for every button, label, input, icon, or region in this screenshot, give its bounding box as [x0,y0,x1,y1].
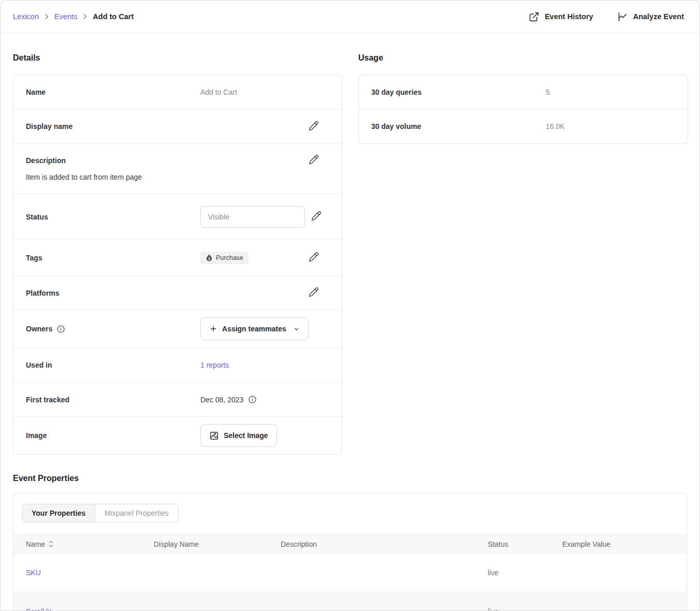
property-name-link[interactable]: Scroll % [26,607,154,611]
tab-mixpanel-properties[interactable]: Mixpanel Properties [95,504,178,522]
analyze-event-label: Analyze Event [633,12,684,21]
owners-label: Owners [26,325,52,333]
select-image-label: Select Image [224,431,268,440]
event-history-button[interactable]: Event History [529,11,593,22]
chevron-right-icon [43,13,50,20]
detail-row-tags: Tags $ Purchase [13,240,342,276]
external-link-icon [529,11,539,22]
used-in-label: Used in [26,361,200,369]
first-tracked-label: First tracked [26,396,200,404]
detail-row-first-tracked: First tracked Dec 08, 2023 [13,383,342,417]
name-label: Name [26,88,200,96]
column-header-status: Status [488,540,562,548]
breadcrumb-lexicon[interactable]: Lexicon [13,12,39,21]
status-label: Status [26,213,200,221]
select-image-button[interactable]: Select Image [200,424,277,447]
platforms-label: Platforms [26,289,200,297]
breadcrumb-events[interactable]: Events [54,12,77,21]
edit-tags-button[interactable] [309,252,319,264]
analyze-event-button[interactable]: Analyze Event [617,11,684,22]
volume-label: 30 day volume [371,122,546,130]
pencil-icon [309,121,319,133]
detail-row-display-name: Display name [13,109,342,144]
detail-row-status: Status Visible [13,194,342,240]
column-header-description: Description [281,540,488,548]
main-content: Details Name Add to Cart Display name [1,33,699,611]
chevron-right-icon [81,13,89,20]
detail-row-name: Name Add to Cart [13,75,342,109]
usage-row-queries: 30 day queries 5 [359,75,688,109]
properties-tabs-wrap: Your Properties Mixpanel Properties [13,493,687,534]
edit-platforms-button[interactable] [309,287,319,299]
usage-section: Usage 30 day queries 5 30 day volume 16.… [358,33,688,144]
name-value: Add to Cart [200,88,237,96]
status-input[interactable]: Visible [200,206,305,228]
info-icon[interactable] [248,395,257,404]
details-section: Details Name Add to Cart Display name [13,33,342,455]
column-header-display-name: Display Name [154,540,281,548]
topbar: Lexicon Events Add to Cart Event History [1,1,699,33]
lexicon-event-detail-page: Lexicon Events Add to Cart Event History [0,0,700,611]
breadcrumb: Lexicon Events Add to Cart [13,12,134,21]
properties-tabs: Your Properties Mixpanel Properties [22,504,179,522]
volume-value: 16.0K [546,122,565,130]
properties-table: Name Display Name Description Status Exa… [13,534,687,611]
breadcrumb-current: Add to Cart [93,12,134,21]
tag-purchase-badge[interactable]: $ Purchase [200,252,249,264]
event-properties-heading: Event Properties [13,474,687,483]
description-value: Item is added to cart from item page [26,173,329,181]
event-properties-section: Event Properties Your Properties Mixpane… [13,474,687,611]
topbar-actions: Event History Analyze Event [529,11,684,22]
money-bag-icon: $ [206,254,213,261]
image-icon [209,431,219,441]
tab-your-properties[interactable]: Your Properties [22,504,95,522]
property-name-link[interactable]: SKU [26,569,154,577]
edit-display-name-button[interactable] [309,121,319,133]
description-label: Description [26,156,302,165]
column-name-label: Name [26,540,45,548]
pencil-icon [309,287,319,299]
assign-teammates-label: Assign teammates [222,325,286,333]
line-chart-icon [617,11,628,22]
usage-heading: Usage [358,53,688,63]
column-header-example-value: Example Value [562,540,687,548]
details-heading: Details [13,53,342,63]
detail-row-owners: Owners Assign teammates [13,310,342,348]
sort-icon[interactable] [48,540,54,548]
queries-label: 30 day queries [371,88,546,96]
pencil-icon [309,252,319,264]
properties-table-header: Name Display Name Description Status Exa… [13,534,687,554]
info-icon[interactable] [56,325,65,333]
property-status: live [488,569,562,577]
tags-label: Tags [26,254,200,262]
svg-text:$: $ [208,256,210,260]
property-status: live [488,607,562,611]
queries-value: 5 [546,88,550,96]
assign-teammates-button[interactable]: Assign teammates [200,317,309,340]
pencil-icon [311,211,322,223]
detail-row-description: Description Item is added to cart from i… [13,144,342,194]
image-label: Image [26,431,200,440]
edit-description-button[interactable] [309,154,319,166]
first-tracked-value: Dec 08, 2023 [200,396,243,404]
detail-row-platforms: Platforms [13,276,342,310]
detail-row-used-in: Used in 1 reports [13,348,342,383]
property-row-scroll: Scroll % live [13,592,687,611]
used-in-reports-link[interactable]: 1 reports [200,361,229,369]
event-history-label: Event History [545,12,593,21]
event-properties-card: Your Properties Mixpanel Properties Name… [13,493,687,611]
usage-card: 30 day queries 5 30 day volume 16.0K [358,75,688,144]
detail-row-image: Image Select Image [13,417,342,454]
column-header-name[interactable]: Name [26,540,154,548]
usage-row-volume: 30 day volume 16.0K [359,109,688,143]
chevron-down-icon [293,326,300,332]
details-card: Name Add to Cart Display name [13,75,342,455]
pencil-icon [309,154,319,166]
edit-status-button[interactable] [311,211,322,223]
tag-purchase-label: Purchase [216,254,243,261]
plus-icon [209,325,217,333]
property-row-sku: SKU live [13,554,687,592]
display-name-label: Display name [26,122,200,130]
